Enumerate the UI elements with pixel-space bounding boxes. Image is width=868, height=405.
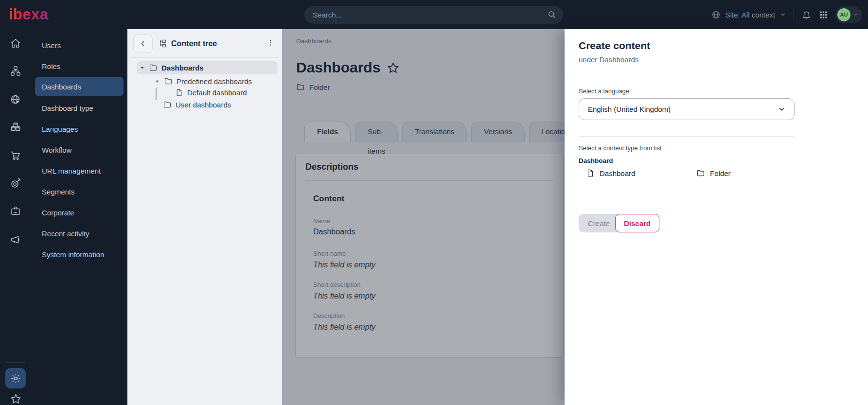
- content-type-list-label: Select a content type from list: [579, 144, 662, 152]
- nav-item-url-management[interactable]: URL management: [31, 160, 127, 181]
- global-search: [304, 6, 563, 24]
- folder-icon: [164, 77, 173, 86]
- favorites-star-icon[interactable]: [10, 393, 22, 405]
- nav-item-system-information[interactable]: System information: [31, 244, 127, 265]
- marketing-megaphone-icon[interactable]: [10, 234, 21, 246]
- notifications-bell-icon[interactable]: [801, 10, 812, 20]
- panel-separator: [565, 76, 868, 76]
- admin-nav: Users Roles Dashboards Dashboard type La…: [31, 29, 127, 405]
- modal-dim-overlay: [282, 29, 565, 405]
- caret-down-icon[interactable]: [155, 79, 160, 84]
- panel-subtitle: under Dashboards: [579, 55, 638, 64]
- language-label: Select a language:: [579, 88, 631, 95]
- discard-button[interactable]: Discard: [615, 214, 659, 232]
- nav-item-dashboards[interactable]: Dashboards: [35, 77, 124, 96]
- caret-down-icon[interactable]: [140, 65, 145, 70]
- tree-node-user-dashboards[interactable]: User dashboards: [163, 100, 231, 109]
- chevron-down-icon: [852, 12, 858, 18]
- ibexa-admin-app: ibexa Site: All context: [0, 0, 868, 405]
- folder-icon: [696, 169, 705, 177]
- site-context-label: Site: All context: [725, 11, 775, 19]
- home-icon[interactable]: [10, 37, 21, 49]
- content-type-option-dashboard[interactable]: Dashboard: [586, 169, 635, 177]
- file-icon: [175, 88, 183, 97]
- avatar: AU: [837, 8, 850, 21]
- topbar: ibexa Site: All context: [0, 0, 868, 29]
- folder-icon: [149, 63, 158, 72]
- folder-icon: [163, 100, 172, 109]
- topbar-right-cluster: Site: All context AU: [711, 0, 862, 29]
- icon-rail: [0, 29, 31, 405]
- language-select[interactable]: English (United Kingdom): [579, 98, 795, 120]
- chevron-down-icon: [778, 105, 786, 113]
- user-menu[interactable]: AU: [835, 6, 862, 23]
- app-grid-icon[interactable]: [819, 10, 828, 19]
- chevron-down-icon: [779, 11, 786, 18]
- web-globe-icon[interactable]: [10, 94, 21, 106]
- tree-node-default-dashboard[interactable]: Default dashboard: [175, 88, 247, 97]
- site-context-selector[interactable]: Site: All context: [711, 10, 786, 19]
- nav-item-roles[interactable]: Roles: [31, 56, 127, 77]
- create-button[interactable]: Create: [579, 214, 619, 232]
- main-content: Dashboards Dashboards Folder Fields Sub-…: [282, 29, 565, 405]
- collapse-tree-button[interactable]: [133, 35, 153, 53]
- nav-item-workflow[interactable]: Workflow: [31, 140, 127, 160]
- products-boxes-icon[interactable]: [10, 121, 21, 133]
- file-icon: [586, 169, 595, 177]
- nav-item-users[interactable]: Users: [31, 35, 127, 56]
- content-tree-title: Content tree: [158, 39, 217, 48]
- nav-item-recent-activity[interactable]: Recent activity: [31, 223, 127, 244]
- commerce-cart-icon[interactable]: [10, 150, 21, 161]
- rail-divider: [6, 362, 25, 363]
- topbar-divider: [794, 8, 794, 21]
- content-tree-icon: [158, 39, 167, 48]
- search-input[interactable]: [304, 6, 563, 24]
- tree-node-predefined-dashboards[interactable]: Predefined dashboards: [155, 77, 252, 86]
- create-content-panel: Create content under Dashboards Select a…: [565, 29, 868, 405]
- settings-gear-icon[interactable]: [5, 368, 26, 388]
- content-type-group-label: Dashboard: [579, 157, 613, 164]
- tree-node-dashboards[interactable]: Dashboards: [140, 63, 204, 72]
- site-structure-icon[interactable]: [10, 65, 21, 77]
- ibexa-logo[interactable]: ibexa: [9, 6, 49, 23]
- personalization-target-icon[interactable]: [10, 177, 21, 189]
- panel-separator-2: [579, 136, 795, 137]
- language-select-value: English (United Kingdom): [588, 105, 671, 113]
- content-type-option-folder[interactable]: Folder: [696, 169, 731, 177]
- id-card-icon[interactable]: [10, 205, 21, 217]
- tree-indent-guide: [156, 88, 157, 100]
- nav-item-languages[interactable]: Languages: [31, 119, 127, 140]
- globe-icon: [711, 10, 721, 19]
- nav-item-segments[interactable]: Segments: [31, 181, 127, 202]
- nav-item-dashboard-type[interactable]: Dashboard type: [31, 98, 127, 119]
- tree-separator: [131, 57, 278, 58]
- content-tree-panel: Content tree Dashboards Predefined dashb…: [127, 29, 282, 405]
- panel-title: Create content: [579, 40, 650, 52]
- search-icon[interactable]: [547, 10, 557, 19]
- nav-item-corporate[interactable]: Corporate: [31, 202, 127, 223]
- tree-options-kebab-icon[interactable]: [266, 38, 275, 48]
